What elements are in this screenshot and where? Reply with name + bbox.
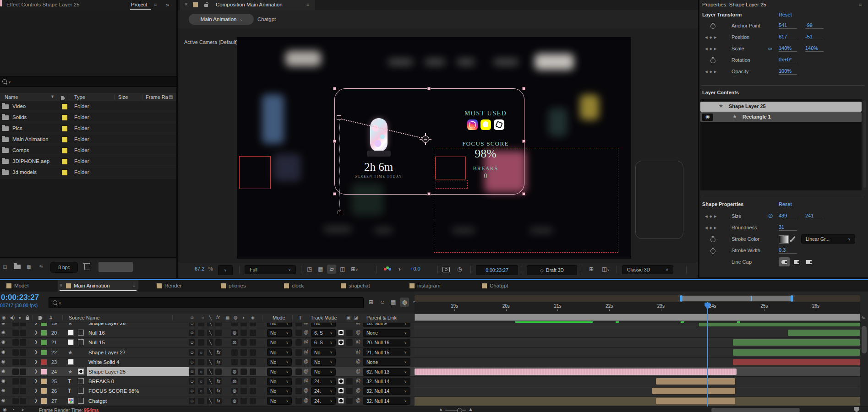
- switch-well[interactable]: [240, 369, 247, 375]
- sun-switch-icon[interactable]: ☼: [198, 388, 204, 393]
- lock-well[interactable]: [20, 369, 26, 375]
- switch-well[interactable]: [198, 339, 204, 346]
- lock-well[interactable]: [20, 330, 26, 336]
- timeline-tab-snapchat[interactable]: snapchat: [338, 280, 384, 292]
- layer-name[interactable]: Shape Layer 27: [88, 350, 126, 355]
- layer-duration-bar[interactable]: [415, 369, 737, 375]
- matte-well-2[interactable]: [346, 388, 353, 394]
- composition-tab-title[interactable]: Composition Main Animation: [216, 2, 283, 7]
- layer-name[interactable]: Shape Layer 25: [88, 369, 126, 374]
- lock-column-icon[interactable]: [26, 317, 29, 320]
- column-frame-rate[interactable]: Frame Ra: [146, 94, 168, 100]
- preserve-transparency-well[interactable]: [295, 398, 302, 404]
- parent-link-dropdown[interactable]: 20. Null 16∨: [363, 339, 410, 347]
- fx-header-icon[interactable]: fx: [216, 315, 220, 320]
- switch-well[interactable]: [250, 359, 256, 365]
- layer-name[interactable]: BREAKS 0: [88, 379, 114, 384]
- switch-well[interactable]: [240, 398, 247, 404]
- region-of-interest-icon[interactable]: ◫: [340, 266, 345, 272]
- timeline-navigator[interactable]: [415, 295, 860, 302]
- timeline-tab-main-animation[interactable]: ×Main Animation≡: [58, 280, 138, 292]
- collapse-header-icon[interactable]: ☼: [201, 315, 205, 320]
- close-tab-icon[interactable]: ×: [185, 1, 187, 7]
- playhead-line[interactable]: [707, 302, 708, 407]
- preserve-transparency-well[interactable]: [295, 323, 302, 326]
- shy-switch-icon[interactable]: ☺: [189, 340, 195, 345]
- layer-name[interactable]: Shape Layer 26: [88, 323, 126, 326]
- column-t[interactable]: T: [299, 315, 302, 320]
- layer-duration-bar[interactable]: [656, 398, 735, 404]
- link-icon[interactable]: ∞: [768, 45, 772, 52]
- switch-well[interactable]: [250, 388, 256, 394]
- mode-dropdown[interactable]: No∨: [267, 368, 292, 376]
- layer-label-swatch[interactable]: [41, 323, 47, 326]
- layer-name[interactable]: White Solid 4: [88, 359, 120, 365]
- label-color-swatch[interactable]: [62, 159, 67, 164]
- project-tab-menu-icon[interactable]: ≡: [154, 2, 157, 7]
- layer-expand-chevron-icon[interactable]: ❯: [34, 369, 38, 374]
- switch-well[interactable]: [240, 330, 247, 336]
- switch-well[interactable]: [250, 349, 256, 356]
- stopwatch-icon[interactable]: [710, 249, 715, 254]
- anchor-point-target[interactable]: [420, 133, 431, 145]
- timeline-layer-row[interactable]: ◉❯20Null 16☺╲◍No∨@6. S∨@None∨: [0, 328, 415, 338]
- keyframe-nav[interactable]: ◀ ◆ ▶: [705, 70, 717, 74]
- shy-switch-icon[interactable]: ☺: [189, 398, 195, 403]
- lock-well[interactable]: [20, 339, 26, 346]
- matte-enabled-icon[interactable]: [338, 398, 344, 404]
- layer-eye-icon[interactable]: ◉: [1, 330, 5, 335]
- tab-menu-icon[interactable]: ≡: [133, 283, 136, 288]
- layer-eye-icon[interactable]: ◉: [1, 378, 5, 383]
- timeline-track[interactable]: [415, 323, 860, 328]
- layer-expand-chevron-icon[interactable]: ❯: [34, 379, 38, 383]
- fx-switch-icon[interactable]: fx: [215, 379, 222, 384]
- pixel-aspect-icon[interactable]: ◫∨: [602, 266, 610, 272]
- layer-label-swatch[interactable]: [41, 330, 47, 336]
- current-time-button[interactable]: 0:00:23:27: [476, 265, 518, 275]
- property-value[interactable]: 140%: [779, 45, 797, 52]
- blur-switch-icon[interactable]: ◍: [231, 340, 238, 345]
- layer-contents-item[interactable]: ★Shape Layer 25: [700, 102, 862, 112]
- breadcrumb-current-pill[interactable]: Main Animation ‹: [189, 14, 254, 25]
- lock-well[interactable]: [20, 398, 26, 404]
- pickwhip-icon[interactable]: @: [304, 330, 308, 335]
- motion-blur-master-icon[interactable]: ◍: [400, 298, 409, 307]
- layer-label-swatch[interactable]: [41, 398, 47, 404]
- property-value[interactable]: 0x+0°: [779, 57, 797, 63]
- switch-well[interactable]: [240, 359, 247, 365]
- timeline-layer-row[interactable]: ◉❯19★Shape Layer 26☺╲No∨@No∨@18. Null 9∨: [0, 323, 415, 328]
- zoom-dropdown[interactable]: ∨: [218, 265, 233, 275]
- mini-flowchart-icon[interactable]: ⊞: [369, 299, 373, 305]
- tab-project[interactable]: Project: [131, 2, 147, 7]
- timeline-layer-row[interactable]: ◉❯24★Shape Layer 25☺☼╲◍No∨@No∨@62. Null …: [0, 367, 415, 377]
- layer-expand-chevron-icon[interactable]: ❯: [34, 330, 38, 335]
- timeline-track[interactable]: [415, 386, 860, 396]
- parent-link-dropdown[interactable]: None∨: [363, 358, 410, 366]
- layer-duration-bar[interactable]: [699, 323, 860, 326]
- broken-link-icon[interactable]: ∅: [768, 213, 773, 219]
- tab-effect-controls[interactable]: Effect Controls Shape Layer 25: [6, 2, 80, 7]
- mode-dropdown[interactable]: No∨: [267, 329, 292, 337]
- parent-pickwhip-icon[interactable]: @: [356, 323, 360, 325]
- shape-properties-reset[interactable]: Reset: [779, 201, 792, 207]
- q-switch-icon[interactable]: ╲: [207, 369, 213, 374]
- parent-pickwhip-icon[interactable]: @: [356, 369, 360, 374]
- solo-well[interactable]: [12, 323, 19, 326]
- switch-well[interactable]: [240, 378, 247, 385]
- project-search-bar[interactable]: ∨: [0, 76, 176, 87]
- tab-close-icon[interactable]: ×: [60, 282, 62, 288]
- solo-well[interactable]: [12, 339, 19, 346]
- parent-link-dropdown[interactable]: 32. Null 14∨: [363, 387, 410, 395]
- timeline-track[interactable]: [415, 377, 860, 386]
- solo-well[interactable]: [12, 369, 19, 375]
- stroke-type-dropdown[interactable]: Linear Gr...∨: [801, 234, 855, 244]
- fx-switch-icon[interactable]: fx: [215, 398, 222, 403]
- column-source-name[interactable]: Source Name: [69, 315, 99, 320]
- project-row[interactable]: Main AnimationFolder: [0, 134, 176, 145]
- label-header-tag-icon[interactable]: [38, 316, 43, 320]
- switch-well[interactable]: [240, 339, 247, 346]
- matte-well-2[interactable]: [346, 398, 353, 404]
- shy-switch-icon[interactable]: ☺: [189, 359, 195, 364]
- shy-header-icon[interactable]: ☺: [190, 315, 194, 320]
- layer-expand-chevron-icon[interactable]: ❯: [34, 359, 38, 364]
